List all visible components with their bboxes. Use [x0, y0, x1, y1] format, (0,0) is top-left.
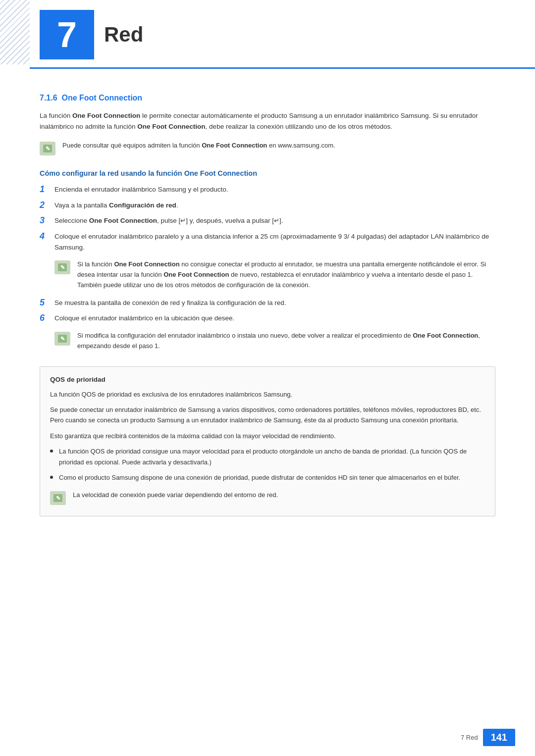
sub-section-heading: Cómo configurar la red usando la función… [40, 169, 495, 177]
step-text-5: Se muestra la pantalla de conexión de re… [54, 298, 495, 308]
steps-list-cont: 5 Se muestra la pantalla de conexión de … [40, 298, 495, 324]
step-number-2: 2 [40, 200, 54, 210]
step-number-4: 4 [40, 231, 54, 242]
svg-text:✎: ✎ [60, 336, 65, 342]
qos-bullet-2: Como el producto Samsung dispone de una … [50, 472, 485, 483]
qos-box: QOS de prioridad La función QOS de prior… [40, 366, 495, 516]
qos-bullets: La función QOS de prioridad consigue una… [50, 446, 485, 483]
step-number-1: 1 [40, 184, 54, 195]
bullet-dot-1 [50, 450, 53, 453]
qos-bullet-text-1: La función QOS de prioridad consigue una… [59, 446, 485, 467]
step-1: 1 Encienda el enrutador inalámbrico Sams… [40, 184, 495, 195]
step-number-5: 5 [40, 298, 54, 308]
step-text-4: Coloque el enrutador inalámbrico paralel… [54, 231, 495, 252]
note-1-text: Puede consultar qué equipos admiten la f… [62, 141, 495, 151]
qos-footer-note: ✎ La velocidad de conexión puede variar … [50, 488, 485, 507]
qos-note-text: La velocidad de conexión puede variar de… [73, 490, 485, 501]
step-number-3: 3 [40, 215, 54, 226]
return-icon-2: ↵ [274, 216, 279, 226]
step-3: 3 Seleccione One Foot Connection, pulse … [40, 215, 495, 226]
step-text-1: Encienda el enrutador inalámbrico Samsun… [54, 184, 495, 195]
chapter-title: Red [104, 23, 143, 47]
footer-label: 7 Red [461, 734, 478, 741]
step-2: 2 Vaya a la pantalla Configuración de re… [40, 200, 495, 211]
steps-list: 1 Encienda el enrutador inalámbrico Sams… [40, 184, 495, 252]
header-decoration [0, 0, 30, 64]
term-ofc-5: One Foot Connection [163, 271, 229, 278]
step-4: 4 Coloque el enrutador inalámbrico paral… [40, 231, 495, 252]
chapter-number: 7 [40, 10, 94, 59]
svg-text:✎: ✎ [46, 146, 50, 151]
page-header: 7 Red [0, 0, 535, 69]
section-heading: 7.1.6 One Foot Connection [40, 94, 495, 102]
svg-text:✎: ✎ [60, 264, 65, 270]
bullet-dot-2 [50, 476, 53, 479]
term-config-red: Configuración de red [109, 202, 176, 209]
note-1: ✎ Puede consultar qué equipos admiten la… [40, 139, 495, 157]
term-ofc-note: One Foot Connection [202, 142, 267, 149]
step-4-note-text: Si la función One Foot Connection no con… [77, 259, 495, 290]
term-ofc-3: One Foot Connection [89, 217, 157, 224]
note-icon-qos: ✎ [50, 491, 66, 505]
qos-title: QOS de prioridad [50, 376, 485, 383]
qos-bullet-text-2: Como el producto Samsung dispone de una … [59, 472, 485, 483]
qos-text-2: Se puede conectar un enrutador inalámbri… [50, 404, 485, 426]
step-5: 5 Se muestra la pantalla de conexión de … [40, 298, 495, 308]
page-number: 141 [483, 729, 515, 746]
step-4-note: ✎ Si la función One Foot Connection no c… [54, 257, 495, 292]
qos-text-1: La función QOS de prioridad es exclusiva… [50, 389, 485, 400]
page-footer: 7 Red 141 [0, 729, 535, 746]
return-icon-1: ↵ [180, 216, 186, 226]
step-6-note-text: Si modifica la configuración del enrutad… [77, 331, 495, 352]
step-text-6: Coloque el enrutador inalámbrico en la u… [54, 313, 495, 324]
step-6-note: ✎ Si modifica la configuración del enrut… [54, 329, 495, 353]
qos-bullet-1: La función QOS de prioridad consigue una… [50, 446, 485, 467]
step-6: 6 Coloque el enrutador inalámbrico en la… [40, 313, 495, 324]
intro-paragraph: La función One Foot Connection le permit… [40, 110, 495, 132]
term-ofc-2: One Foot Connection [137, 123, 205, 130]
note-icon-step6: ✎ [54, 332, 70, 346]
step-text-3: Seleccione One Foot Connection, pulse [↵… [54, 215, 495, 226]
svg-text:✎: ✎ [56, 495, 60, 501]
note-icon-1: ✎ [40, 142, 55, 155]
note-icon-step4: ✎ [54, 260, 70, 274]
step-number-6: 6 [40, 313, 54, 323]
term-ofc-6: One Foot Connection [413, 332, 478, 339]
step-text-2: Vaya a la pantalla Configuración de red. [54, 200, 495, 211]
qos-text-3: Esto garantiza que recibirá contenidos d… [50, 431, 485, 441]
term-ofc-4: One Foot Connection [114, 260, 179, 268]
term-ofc-1: One Foot Connection [72, 112, 140, 119]
main-content: 7.1.6 One Foot Connection La función One… [0, 69, 535, 556]
